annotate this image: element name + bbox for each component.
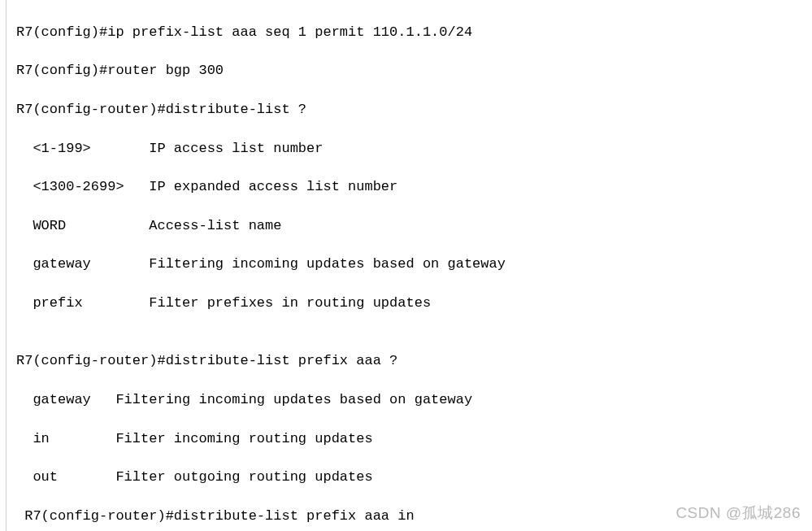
help-line: <1-199> IP access list number	[16, 139, 796, 159]
help-line: out Filter outgoing routing updates	[16, 468, 796, 487]
watermark-text: CSDN @孤城286	[675, 503, 801, 524]
help-line: <1300-2699> IP expanded access list numb…	[16, 177, 796, 197]
help-line: gateway Filtering incoming updates based…	[16, 390, 796, 410]
help-line: WORD Access-list name	[16, 216, 796, 236]
terminal-output: R7(config)#ip prefix-list aaa seq 1 perm…	[0, 0, 812, 531]
cmd-line: R7(config-router)#distribute-list ?	[16, 100, 796, 120]
cmd-line: R7(config-router)#distribute-list prefix…	[16, 351, 796, 371]
cmd-line: R7(config)#router bgp 300	[16, 61, 796, 81]
left-vertical-line	[0, 0, 7, 531]
help-line: gateway Filtering incoming updates based…	[16, 255, 796, 274]
cmd-line: R7(config)#ip prefix-list aaa seq 1 perm…	[16, 23, 796, 42]
help-line: prefix Filter prefixes in routing update…	[16, 294, 796, 313]
help-line: in Filter incoming routing updates	[16, 429, 796, 449]
